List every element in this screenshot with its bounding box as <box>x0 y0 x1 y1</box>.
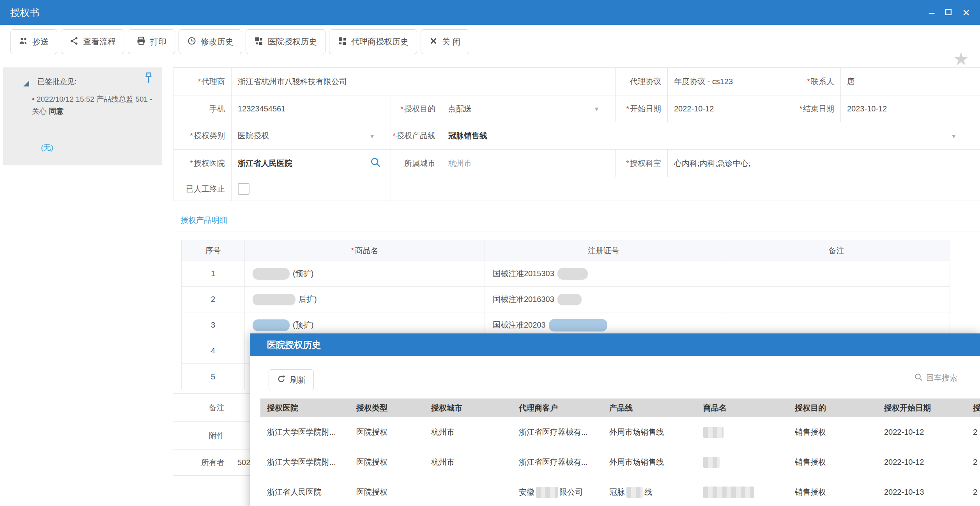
print-button[interactable]: 打印 <box>128 29 175 54</box>
chevron-down-icon[interactable]: ▼ <box>951 132 957 139</box>
col-purpose[interactable]: 授权目的 <box>795 398 826 417</box>
approval-comment: • 2022/10/12 15:52 产品线总监 501 - 关心 同意 <box>32 93 155 117</box>
close-form-label: 关 闭 <box>442 36 461 47</box>
hospital-label: *授权医院 <box>173 150 232 177</box>
agent-field[interactable]: 浙江省杭州市八骏科技有限公司 <box>232 68 616 95</box>
clock-icon <box>187 36 196 48</box>
product-row-seq: 4 <box>182 338 245 364</box>
col-line[interactable]: 产品线 <box>609 398 633 417</box>
attachment-label: 附件 <box>173 422 231 450</box>
agent-history-label: 代理商授权历史 <box>351 36 409 47</box>
history-table-header: 授权医院 授权类型 授权城市 代理商客户 产品线 商品名 授权目的 授权开始日期… <box>260 398 980 417</box>
redacted-blob <box>253 319 290 331</box>
hospital-field[interactable]: 浙江省人民医院 <box>232 150 391 177</box>
hospital-history-button[interactable]: 医院授权历史 <box>246 29 325 54</box>
history-row[interactable]: 浙江大学医学院附... 医院授权 杭州市 浙江省医疗器械有... 外周市场销售线… <box>260 417 980 447</box>
agent-label: *代理商 <box>173 68 232 95</box>
product-row-remark <box>722 287 950 312</box>
product-row-seq: 1 <box>182 261 245 287</box>
copy-button[interactable]: 抄送 <box>10 29 57 54</box>
maximize-icon[interactable] <box>945 7 952 18</box>
department-label: *授权科室 <box>616 150 668 177</box>
col-type[interactable]: 授权类型 <box>356 398 387 417</box>
approval-panel: 已签批意见: • 2022/10/12 15:52 产品线总监 501 - 关心… <box>3 67 162 165</box>
grid-blocks-icon <box>254 36 264 48</box>
history-row[interactable]: 浙江大学医学院附... 医院授权 杭州市 浙江省医疗器械有... 外周市场销售线… <box>260 447 980 477</box>
col-hospital[interactable]: 授权医院 <box>267 398 298 417</box>
product-col-name: *商品名 <box>245 240 485 261</box>
view-flow-label: 查看流程 <box>83 36 116 47</box>
history-row[interactable]: 浙江省人民医院 医院授权 安徽限公司 冠脉线 销售授权 2022-10-13 2 <box>260 477 980 506</box>
approval-title: 已签批意见: <box>37 77 76 87</box>
product-row-seq: 2 <box>182 287 245 312</box>
hospital-history-label: 医院授权历史 <box>268 36 317 47</box>
bullet-icon: • <box>32 95 35 103</box>
start-date-field[interactable]: 2022-10-12 <box>668 95 800 122</box>
favorite-star-icon[interactable]: ★ <box>953 50 969 68</box>
col-start[interactable]: 授权开始日期 <box>884 398 931 417</box>
redacted-blob <box>703 447 720 477</box>
owner-label: 所有者 <box>173 450 231 476</box>
edit-history-button[interactable]: 修改历史 <box>179 29 242 54</box>
col-product[interactable]: 商品名 <box>703 398 727 417</box>
minimize-icon[interactable]: – <box>929 7 934 18</box>
product-line-dropdown[interactable]: 冠脉销售线▼ <box>442 122 980 150</box>
department-field[interactable]: 心内科;内科;急诊中心; <box>668 150 980 177</box>
hospital-history-modal: 医院授权历史 刷新 回车搜索 授权医院 授权类型 授权城市 代理商客户 产品线 … <box>250 333 980 506</box>
authorization-form: *代理商 浙江省杭州市八骏科技有限公司 代理协议 年度协议 - cs123 *联… <box>173 67 980 201</box>
chevron-down-icon[interactable]: ▼ <box>369 132 375 139</box>
col-agent[interactable]: 代理商客户 <box>519 398 558 417</box>
end-date-field[interactable]: 2023-10-12 <box>841 95 980 122</box>
app-window: 授权书 – × 抄送 查看流程 打印 修改历史 医院授权历史 <box>0 0 980 506</box>
redacted-blob <box>557 294 582 305</box>
remark-label: 备注 <box>173 394 231 422</box>
product-row-regno: 国械注准2015303 <box>485 261 722 287</box>
purpose-label: *授权目的 <box>391 95 442 122</box>
col-city[interactable]: 授权城市 <box>431 398 462 417</box>
refresh-icon <box>277 374 286 386</box>
terminated-cell <box>232 177 391 201</box>
agent-history-button[interactable]: 代理商授权历史 <box>329 29 417 54</box>
product-col-seq: 序号 <box>182 240 245 261</box>
category-dropdown[interactable]: 医院授权▼ <box>232 122 391 150</box>
product-row-name: (预扩) <box>245 261 485 287</box>
people-icon <box>19 36 28 48</box>
refresh-label: 刷新 <box>290 375 306 385</box>
redacted-blob <box>557 268 588 280</box>
redacted-blob <box>626 487 643 498</box>
chevron-down-icon[interactable]: ▼ <box>594 106 600 112</box>
terminated-checkbox[interactable] <box>238 183 249 195</box>
end-date-label: *结束日期 <box>800 95 841 122</box>
window-titlebar: 授权书 – × <box>0 0 980 25</box>
print-label: 打印 <box>150 36 166 47</box>
category-label: *授权类别 <box>173 122 232 150</box>
product-detail-link[interactable]: 授权产品明细 <box>180 215 227 226</box>
view-flow-button[interactable]: 查看流程 <box>61 29 124 54</box>
redacted-blob <box>703 477 754 506</box>
product-line-label: *授权产品线 <box>391 122 442 150</box>
redacted-blob <box>703 417 724 447</box>
product-col-remark: 备注 <box>722 240 950 261</box>
close-icon[interactable]: × <box>962 6 970 19</box>
redacted-blob <box>549 319 607 331</box>
city-field[interactable]: 杭州市 <box>442 150 616 177</box>
phone-field[interactable]: 12323454561 <box>232 95 391 122</box>
window-controls: – × <box>929 0 970 25</box>
agreement-field[interactable]: 年度协议 - cs123 <box>668 68 800 95</box>
agreement-label: 代理协议 <box>616 68 668 95</box>
col-clipped[interactable]: 授 <box>973 398 980 417</box>
search-icon[interactable] <box>370 157 381 170</box>
contact-field[interactable]: 唐 <box>841 68 980 95</box>
product-row-seq: 3 <box>182 312 245 338</box>
product-row-regno: 国械注准2016303 <box>485 287 722 312</box>
phone-label: 手机 <box>173 95 232 122</box>
approval-none-link[interactable]: (无) <box>41 143 53 153</box>
refresh-button[interactable]: 刷新 <box>269 369 314 390</box>
close-form-button[interactable]: 关 闭 <box>421 29 469 54</box>
collapse-triangle-icon[interactable] <box>23 81 29 86</box>
purpose-dropdown[interactable]: 点配送▼ <box>442 95 616 122</box>
modal-search[interactable]: 回车搜索 <box>914 372 957 384</box>
pin-icon[interactable] <box>144 72 153 85</box>
section-divider <box>173 231 980 231</box>
product-col-regno: 注册证号 <box>485 240 722 261</box>
